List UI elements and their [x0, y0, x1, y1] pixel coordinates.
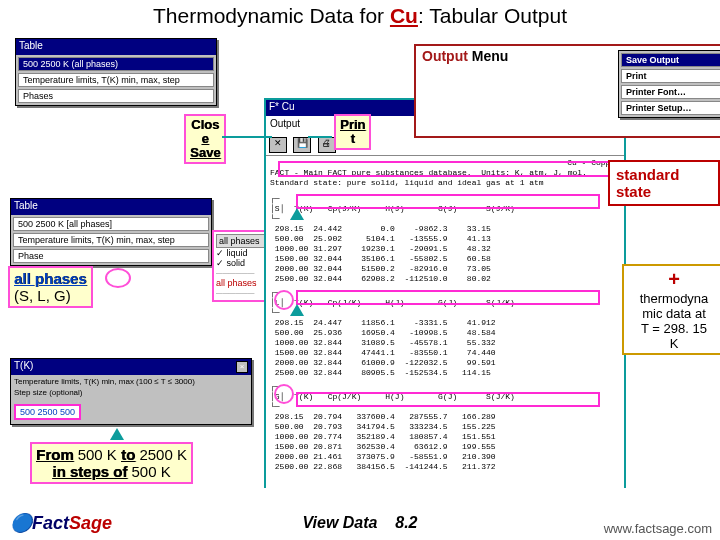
- menu-item-save[interactable]: Save Output: [621, 53, 720, 67]
- table-row: 2000.00 32.044 51500.2 -82916.0 73.05: [270, 264, 620, 274]
- title-text-a: Thermodynamic Data for: [153, 4, 390, 27]
- thermo-298-callout: + thermodyna mic data at T = 298. 15 K: [622, 264, 720, 355]
- phase-label-S: S: [275, 204, 280, 213]
- title-cu: Cu: [390, 4, 418, 27]
- table-row: 2500.00 22.868 384156.5 -141244.5 211.37…: [270, 462, 620, 472]
- arrow-line: [222, 136, 272, 138]
- file-output-dropdown[interactable]: Save Output Print Printer Font… Printer …: [618, 50, 720, 118]
- titlebar: Table: [16, 39, 216, 55]
- table-row: 500.00 25.902 5104.1 -13555.9 41.13: [270, 234, 620, 244]
- table-menu-2[interactable]: Table 500 2500 K [all phases] Temperatur…: [10, 198, 212, 266]
- table-row: 1500.00 20.871 362530.4 63612.9 199.555: [270, 442, 620, 452]
- arrow-line: [308, 136, 332, 138]
- range-input[interactable]: 500 2500 500: [14, 404, 81, 420]
- menu-row-limits[interactable]: Temperature limits, T(K) min, max, step: [18, 73, 214, 87]
- data-header-3: Standard state: pure solid, liquid and i…: [270, 178, 620, 188]
- menu-row-range[interactable]: 500 2500 K (all phases): [18, 57, 214, 71]
- table-row: 2500.00 32.044 62908.2 -112510.0 80.02: [270, 274, 620, 284]
- table-row: 1000.00 31.297 19230.1 -29091.5 48.32: [270, 244, 620, 254]
- menu-row-limits[interactable]: Temperature limits, T(K) min, max, step: [13, 233, 209, 247]
- table-row: 2000.00 32.844 61000.9 -122032.5 99.591: [270, 358, 620, 368]
- titlebar: T(K)×: [11, 359, 251, 375]
- print-label: Print: [334, 114, 371, 150]
- save-tool-icon[interactable]: 💾: [293, 137, 311, 153]
- standard-state-callout: standard state: [608, 160, 720, 206]
- close-save-label: CloseSave: [184, 114, 226, 164]
- menu-item-font[interactable]: Printer Font…: [621, 85, 720, 99]
- table-row: 2000.00 21.461 373075.9 -58551.9 210.390: [270, 452, 620, 462]
- menu-item-print[interactable]: Print: [621, 69, 720, 83]
- table-row: 298.15 20.794 337600.4 287555.7 166.289: [270, 412, 620, 422]
- arrow-up-icon: [290, 304, 304, 316]
- highlight-298-G: [296, 392, 600, 407]
- output-menu-callout: Output Menu Save Output Print Printer Fo…: [414, 44, 720, 138]
- table-menu-1[interactable]: Table 500 2500 K (all phases) Temperatur…: [15, 38, 217, 106]
- table-row: 500.00 20.793 341794.5 333234.5 155.225: [270, 422, 620, 432]
- titlebar: Table: [11, 199, 211, 215]
- ring-G: [274, 384, 294, 404]
- table-row: 1500.00 32.044 35106.1 -55802.5 60.58: [270, 254, 620, 264]
- menu-item-setup[interactable]: Printer Setup…: [621, 101, 720, 115]
- menu-row-phases[interactable]: Phases: [18, 89, 214, 103]
- all-phases-callout: all phases (S, L, G): [8, 266, 93, 308]
- range-window[interactable]: T(K)× Temperature limits, T(K) min, max …: [10, 358, 252, 425]
- highlight-298-L: [296, 290, 600, 305]
- table-row: 500.00 25.936 16950.4 -10998.5 48.584: [270, 328, 620, 338]
- table-row: 298.15 24.442 0.0 -9862.3 33.15: [270, 224, 620, 234]
- arrow-up-icon: [290, 208, 304, 220]
- menu-row-range[interactable]: 500 2500 K [all phases]: [13, 217, 209, 231]
- highlight-298-S: [296, 194, 600, 209]
- all-phases-slg: (S, L, G): [14, 287, 71, 304]
- table-row: 1000.00 32.844 31089.5 -45578.1 55.332: [270, 338, 620, 348]
- title-text-b: : Tabular Output: [418, 4, 567, 27]
- highlight-ring: [105, 268, 131, 288]
- highlight-std-state: [278, 161, 614, 177]
- table-row: 2500.00 32.844 80905.5 -152534.5 114.15: [270, 368, 620, 378]
- all-phases-link-text: all phases: [14, 270, 87, 287]
- table-row: 1500.00 32.844 47441.1 -83550.1 74.440: [270, 348, 620, 358]
- table-row: 298.15 24.447 11856.1 -3331.5 41.912: [270, 318, 620, 328]
- menu-row-phase[interactable]: Phase: [13, 249, 209, 263]
- range-help-1: Temperature limits, T(K) min, max (100 ≤…: [11, 375, 251, 388]
- page-title: Thermodynamic Data for Cu: Tabular Outpu…: [0, 4, 720, 28]
- range-help-2: Step size (optional): [11, 388, 251, 399]
- footer-url: www.factsage.com: [604, 521, 712, 536]
- close-tool-icon[interactable]: ✕: [269, 137, 287, 153]
- arrow-up-icon: [110, 428, 124, 440]
- table-row: 1000.00 20.774 352189.4 180857.4 151.551: [270, 432, 620, 442]
- from-to-callout: From 500 K to 2500 K in steps of 500 K: [30, 442, 193, 484]
